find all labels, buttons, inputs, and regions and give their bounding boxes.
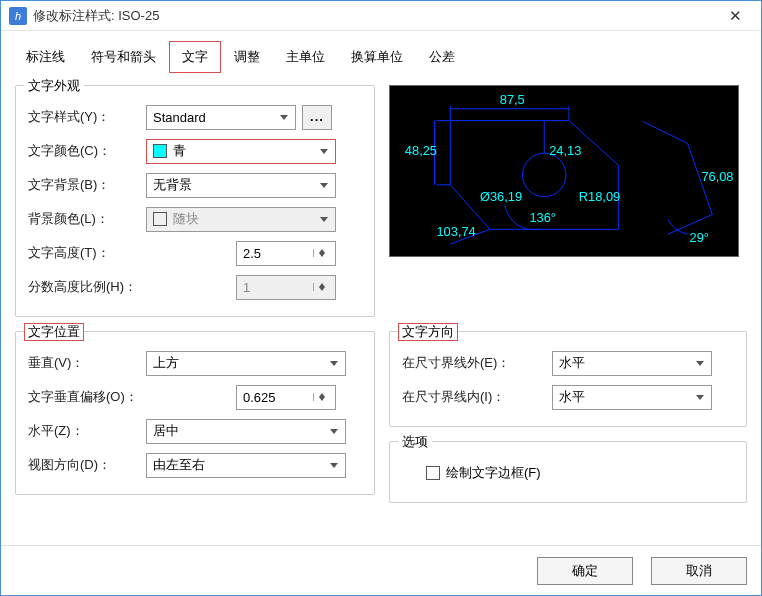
tab-text[interactable]: 文字 [169, 41, 221, 73]
svg-text:76,08: 76,08 [701, 169, 733, 184]
svg-text:136°: 136° [529, 210, 556, 225]
window-title: 修改标注样式: ISO-25 [33, 7, 717, 25]
outside-combo[interactable]: 水平 [552, 351, 712, 376]
ok-button[interactable]: 确定 [537, 557, 633, 585]
inside-label: 在尺寸界线内(I)： [402, 388, 552, 406]
color-swatch-icon [153, 144, 167, 158]
svg-text:48,25: 48,25 [405, 143, 437, 158]
dialog-footer: 确定 取消 [1, 545, 761, 595]
draw-frame-checkbox[interactable] [426, 466, 440, 480]
text-bg-combo[interactable]: 无背景 [146, 173, 336, 198]
svg-text:29°: 29° [690, 230, 709, 245]
group-direction-title: 文字方向 [398, 323, 458, 341]
voffset-label: 文字垂直偏移(O)： [28, 388, 168, 406]
viewdir-combo[interactable]: 由左至右 [146, 453, 346, 478]
tab-fit[interactable]: 调整 [221, 41, 273, 73]
close-button[interactable]: ✕ [717, 7, 753, 25]
group-direction: 文字方向 在尺寸界线外(E)： 水平 在尺寸界线内(I)： 水平 [389, 331, 747, 427]
svg-text:R18,09: R18,09 [579, 189, 620, 204]
group-position-title: 文字位置 [24, 323, 84, 341]
app-icon: h [9, 7, 27, 25]
text-style-browse-button[interactable]: ... [302, 105, 332, 130]
text-height-label: 文字高度(T)： [28, 244, 146, 262]
text-height-input[interactable]: 2.5 [236, 241, 336, 266]
inside-combo[interactable]: 水平 [552, 385, 712, 410]
group-appearance-title: 文字外观 [24, 77, 84, 95]
tab-lines[interactable]: 标注线 [13, 41, 78, 73]
svg-text:87,5: 87,5 [500, 92, 525, 107]
svg-line-8 [643, 122, 687, 144]
cancel-button[interactable]: 取消 [651, 557, 747, 585]
tab-symbols[interactable]: 符号和箭头 [78, 41, 169, 73]
voffset-input[interactable]: 0.625 [236, 385, 336, 410]
viewdir-label: 视图方向(D)： [28, 456, 146, 474]
byblock-swatch-icon [153, 212, 167, 226]
draw-frame-label: 绘制文字边框(F) [446, 464, 541, 482]
group-position: 文字位置 垂直(V)： 上方 文字垂直偏移(O)： 0.625 [15, 331, 375, 495]
group-options-title: 选项 [398, 433, 432, 451]
vertical-label: 垂直(V)： [28, 354, 146, 372]
vertical-combo[interactable]: 上方 [146, 351, 346, 376]
tabstrip: 标注线 符号和箭头 文字 调整 主单位 换算单位 公差 [1, 31, 761, 73]
titlebar: h 修改标注样式: ISO-25 ✕ [1, 1, 761, 31]
horizontal-combo[interactable]: 居中 [146, 419, 346, 444]
group-options: 选项 绘制文字边框(F) [389, 441, 747, 503]
text-color-combo[interactable]: 青 [146, 139, 336, 164]
outside-label: 在尺寸界线外(E)： [402, 354, 552, 372]
group-appearance: 文字外观 文字样式(Y)： Standard ... 文字颜色(C)： 青 [15, 85, 375, 317]
svg-point-0 [522, 153, 565, 196]
svg-text:Ø36,19: Ø36,19 [480, 189, 522, 204]
bg-color-combo: 随块 [146, 207, 336, 232]
tab-primary-units[interactable]: 主单位 [273, 41, 338, 73]
svg-text:103,74: 103,74 [437, 224, 476, 239]
text-style-combo[interactable]: Standard [146, 105, 296, 130]
horizontal-label: 水平(Z)： [28, 422, 146, 440]
text-color-label: 文字颜色(C)： [28, 142, 146, 160]
tab-alt-units[interactable]: 换算单位 [338, 41, 416, 73]
svg-text:24,13: 24,13 [549, 143, 581, 158]
text-style-label: 文字样式(Y)： [28, 108, 146, 126]
fraction-height-label: 分数高度比例(H)： [28, 278, 168, 296]
text-bg-label: 文字背景(B)： [28, 176, 146, 194]
tab-tolerance[interactable]: 公差 [416, 41, 468, 73]
preview-canvas: 87,5 48,25 24,13 76,08 Ø36,19 R18,09 103… [389, 85, 739, 257]
bg-color-label: 背景颜色(L)： [28, 210, 146, 228]
fraction-height-input: 1 [236, 275, 336, 300]
